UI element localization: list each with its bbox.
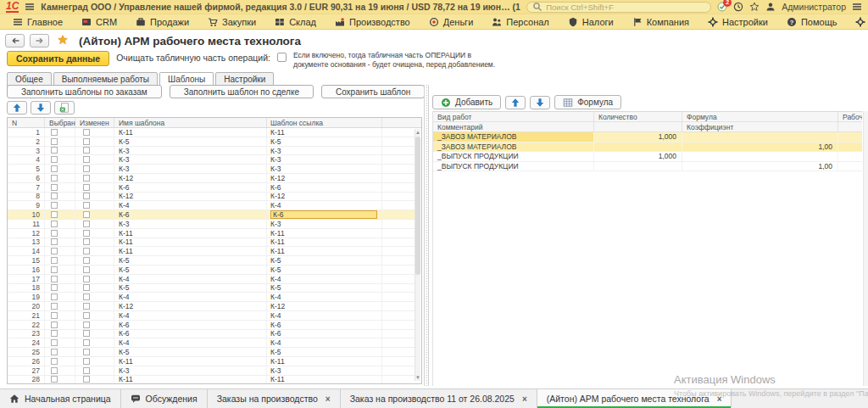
template-row[interactable]: 21К-4К-4 [8, 311, 415, 321]
selected-checkbox[interactable] [51, 367, 58, 374]
section-menu-item[interactable]: Закупки [198, 14, 265, 29]
changed-checkbox[interactable] [83, 358, 90, 365]
changed-checkbox[interactable] [83, 284, 90, 291]
move-down-button[interactable] [31, 101, 51, 115]
history-icon[interactable] [733, 2, 743, 12]
panel-splitter[interactable] [424, 85, 429, 386]
window-tab[interactable]: Заказы на производство× [208, 389, 341, 408]
column-coefficient[interactable]: Коэффициэнт [682, 122, 838, 131]
scrollbar-thumb[interactable] [415, 137, 420, 275]
changed-checkbox[interactable] [83, 376, 90, 383]
selected-checkbox[interactable] [51, 330, 58, 337]
selected-checkbox[interactable] [51, 321, 58, 328]
save-data-button[interactable]: Сохранить данные [7, 51, 109, 66]
selected-checkbox[interactable] [51, 156, 58, 163]
changed-checkbox[interactable] [83, 238, 90, 245]
changed-checkbox[interactable] [83, 129, 90, 136]
template-row[interactable]: 13К-11К-11 [8, 238, 415, 248]
column-changed[interactable]: Изменен [75, 118, 114, 127]
work-row-comment[interactable]: _ЗАВОЗ МАТЕРИАЛОВ1,00 [433, 143, 862, 153]
selected-checkbox[interactable] [51, 312, 58, 319]
main-menu-icon[interactable] [25, 2, 35, 12]
template-row[interactable]: 26К-11К-11 [8, 357, 415, 366]
column-workcenter[interactable]: Рабочий центр [838, 112, 862, 121]
changed-checkbox[interactable] [83, 221, 90, 227]
template-row[interactable]: 9К-4К-4 [8, 201, 415, 210]
changed-checkbox[interactable] [83, 321, 90, 328]
fill-template-by-deal-button[interactable]: Заполнить шаблон по сделке [170, 85, 314, 98]
selected-checkbox[interactable] [51, 147, 58, 154]
favorite-star-icon[interactable] [58, 35, 70, 48]
changed-checkbox[interactable] [83, 266, 90, 273]
changed-checkbox[interactable] [83, 367, 90, 374]
section-menu-item[interactable]: Деньги [420, 14, 483, 29]
column-selected[interactable]: Выбран [45, 118, 75, 127]
template-row[interactable]: 14К-11К-11 [8, 247, 415, 256]
template-row[interactable]: 1К-11К-11 [8, 128, 415, 137]
user-icon[interactable] [765, 2, 776, 12]
template-row[interactable]: 15К-5К-5 [8, 256, 415, 265]
add-button[interactable]: Добавить [432, 95, 501, 109]
vertical-scrollbar[interactable] [863, 111, 868, 386]
template-row[interactable]: 7К-6К-6 [8, 183, 415, 193]
selected-checkbox[interactable] [51, 349, 58, 355]
work-row[interactable]: _ВЫПУСК ПРОДУКЦИИ1,000 [433, 152, 862, 162]
save-template-button[interactable]: Сохранить шаблон [321, 85, 425, 98]
selected-checkbox[interactable] [51, 129, 58, 136]
section-menu-item[interactable]: Продажи [126, 14, 198, 29]
template-row[interactable]: 11К-3К-3 [8, 220, 415, 229]
changed-checkbox[interactable] [83, 303, 90, 310]
template-row[interactable]: 6К-12К-12 [8, 174, 415, 183]
selected-checkbox[interactable] [51, 257, 58, 264]
selected-checkbox[interactable] [51, 276, 58, 282]
changed-checkbox[interactable] [83, 147, 90, 154]
section-menu-item[interactable]: Компания [623, 14, 698, 29]
changed-checkbox[interactable] [83, 276, 90, 282]
changed-checkbox[interactable] [83, 202, 90, 209]
window-tab[interactable]: (Айтон) АРМ рабочего места технолога× [537, 389, 732, 408]
selected-checkbox[interactable] [51, 303, 58, 310]
changed-checkbox[interactable] [83, 330, 90, 337]
selected-checkbox[interactable] [51, 184, 58, 191]
forward-button[interactable] [30, 34, 49, 48]
fill-templates-by-orders-button[interactable]: Заполнить шаблоны по заказам [7, 85, 162, 98]
window-tab[interactable]: Обсуждения [121, 389, 208, 408]
selected-checkbox[interactable] [51, 211, 58, 218]
selected-checkbox[interactable] [51, 358, 58, 365]
selected-checkbox[interactable] [51, 266, 58, 273]
changed-checkbox[interactable] [83, 193, 90, 199]
column-template-ref[interactable]: Шаблон ссылка [267, 118, 382, 127]
move-up-button[interactable] [505, 96, 526, 109]
column-comment[interactable]: Комментарий [433, 122, 594, 131]
selected-checkbox[interactable] [51, 238, 58, 245]
window-tab[interactable]: Начальная страница [0, 389, 121, 408]
changed-checkbox[interactable] [83, 230, 90, 237]
template-row[interactable]: 2К-5К-5 [8, 137, 415, 147]
changed-checkbox[interactable] [83, 165, 90, 172]
selected-checkbox[interactable] [51, 175, 58, 182]
template-row[interactable]: 22К-6К-6 [8, 321, 415, 330]
window-tab[interactable]: Заказ на производство 11 от 26.08.2025× [341, 389, 537, 408]
template-row[interactable]: 28К-11К-11 [8, 376, 415, 383]
template-row[interactable]: 24К-4К-4 [8, 338, 415, 348]
changed-checkbox[interactable] [83, 339, 90, 346]
section-menu-item[interactable]: (Айтон) [846, 14, 868, 29]
changed-checkbox[interactable] [83, 175, 90, 182]
changed-checkbox[interactable] [83, 349, 90, 355]
template-row[interactable]: 3К-3К-3 [8, 147, 415, 156]
selected-checkbox[interactable] [51, 230, 58, 237]
template-row[interactable]: 19К-4К-4 [8, 293, 415, 302]
selected-checkbox[interactable] [51, 248, 58, 254]
changed-checkbox[interactable] [83, 312, 90, 319]
close-icon[interactable]: × [717, 394, 722, 404]
column-qty[interactable]: Количество [594, 112, 682, 121]
changed-checkbox[interactable] [83, 138, 90, 145]
changed-checkbox[interactable] [83, 257, 90, 264]
changed-checkbox[interactable] [83, 211, 90, 218]
move-up-button[interactable] [7, 101, 27, 115]
selected-checkbox[interactable] [51, 202, 58, 209]
close-icon[interactable]: × [326, 394, 331, 404]
vertical-scrollbar[interactable]: ▲ ▼ [415, 129, 420, 381]
section-menu-item[interactable]: Главное [3, 14, 72, 29]
template-row[interactable]: 12К-11К-11 [8, 229, 415, 238]
